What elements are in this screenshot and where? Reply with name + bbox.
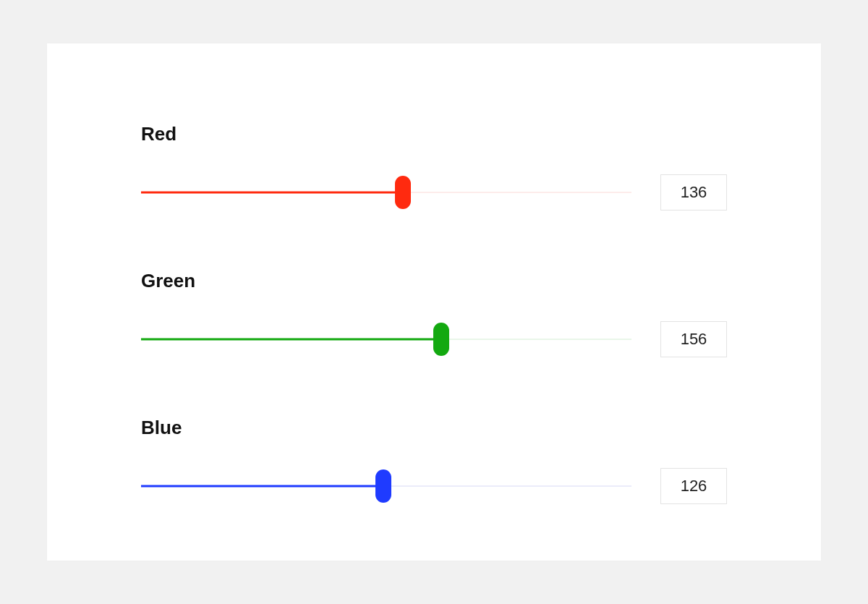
blue-slider[interactable] [141, 472, 631, 501]
green-slider-row [141, 321, 727, 357]
blue-thumb[interactable] [375, 469, 391, 503]
red-track-fill [141, 192, 403, 194]
color-sliders-panel: Red Green Blue [47, 43, 821, 561]
green-slider-group: Green [141, 270, 727, 357]
red-slider-group: Red [141, 123, 727, 210]
green-thumb[interactable] [433, 323, 449, 356]
blue-slider-group: Blue [141, 417, 727, 504]
green-value-input[interactable] [660, 321, 727, 357]
blue-slider-row [141, 468, 727, 504]
green-track-fill [141, 339, 441, 341]
green-slider[interactable] [141, 325, 631, 354]
green-label: Green [141, 270, 727, 292]
blue-value-input[interactable] [660, 468, 727, 504]
blue-label: Blue [141, 417, 727, 439]
blue-track-fill [141, 485, 383, 488]
red-label: Red [141, 123, 727, 145]
red-value-input[interactable] [660, 174, 727, 210]
red-slider[interactable] [141, 178, 631, 207]
red-slider-row [141, 174, 727, 210]
red-thumb[interactable] [395, 176, 411, 209]
